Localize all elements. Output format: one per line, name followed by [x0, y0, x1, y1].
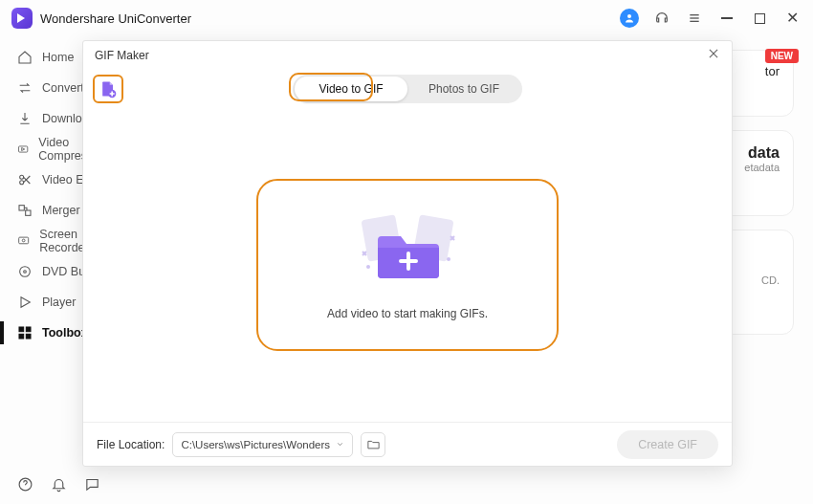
svg-point-11 [20, 267, 31, 277]
svg-rect-7 [19, 206, 24, 210]
tab-photos-to-gif[interactable]: Photos to GIF [407, 77, 520, 101]
close-window-button[interactable]: ✕ [782, 9, 802, 28]
file-location-select[interactable]: C:\Users\ws\Pictures\Wonders [172, 432, 353, 457]
create-gif-button[interactable]: Create GIF [617, 430, 718, 459]
dialog-toolbar: Video to GIF Photos to GIF [83, 70, 732, 108]
svg-point-0 [627, 14, 631, 18]
svg-rect-15 [26, 327, 31, 332]
drop-zone-text: Add video to start making GIFs. [327, 307, 488, 320]
sidebar-label: Merger [42, 204, 80, 217]
bell-icon[interactable] [51, 476, 67, 496]
file-location-value: C:\Users\ws\Pictures\Wonders [181, 439, 330, 450]
sidebar-label: Home [42, 51, 74, 64]
account-avatar[interactable] [620, 9, 639, 28]
svg-rect-9 [19, 237, 29, 244]
create-gif-label: Create GIF [638, 438, 697, 451]
dialog-close-button[interactable] [707, 47, 720, 64]
dialog-body: Add video to start making GIFs. [83, 108, 732, 422]
tab-video-to-gif[interactable]: Video to GIF [295, 77, 407, 101]
dialog-footer: File Location: C:\Users\ws\Pictures\Wond… [83, 422, 732, 466]
mode-segment: Video to GIF Photos to GIF [293, 75, 522, 103]
svg-rect-14 [19, 327, 24, 332]
svg-marker-13 [21, 297, 30, 308]
footer [0, 468, 100, 504]
maximize-button[interactable] [750, 9, 769, 28]
app-title: Wondershare UniConverter [40, 11, 191, 26]
folder-add-icon [355, 209, 460, 286]
svg-point-10 [22, 239, 25, 242]
dialog-header: GIF Maker [83, 41, 732, 70]
svg-point-12 [24, 271, 27, 274]
app-logo [11, 8, 33, 29]
svg-rect-17 [26, 334, 31, 339]
svg-rect-4 [19, 146, 28, 152]
sidebar-label: Player [42, 296, 76, 309]
tab-label: Photos to GIF [428, 82, 499, 96]
dialog-title: GIF Maker [95, 49, 149, 62]
titlebar: Wondershare UniConverter ✕ [0, 0, 813, 36]
svg-point-5 [20, 175, 24, 179]
svg-rect-8 [26, 210, 31, 215]
svg-point-24 [366, 265, 370, 269]
support-icon[interactable] [652, 9, 671, 28]
menu-icon[interactable] [685, 9, 704, 28]
browse-folder-button[interactable] [361, 432, 385, 457]
svg-point-6 [20, 181, 24, 185]
svg-rect-16 [19, 334, 24, 339]
chevron-down-icon [336, 440, 344, 449]
new-badge: NEW [765, 49, 799, 63]
add-file-button[interactable] [93, 75, 123, 103]
help-icon[interactable] [17, 476, 33, 496]
feedback-icon[interactable] [84, 476, 100, 496]
minimize-button[interactable] [717, 9, 736, 28]
svg-point-25 [447, 257, 450, 261]
drop-zone[interactable]: Add video to start making GIFs. [256, 179, 559, 351]
sidebar-label: Toolbox [42, 326, 88, 340]
gif-maker-dialog: GIF Maker Video to GIF Photos to GIF [82, 40, 733, 467]
file-location-label: File Location: [97, 438, 165, 451]
tab-label: Video to GIF [319, 82, 383, 96]
